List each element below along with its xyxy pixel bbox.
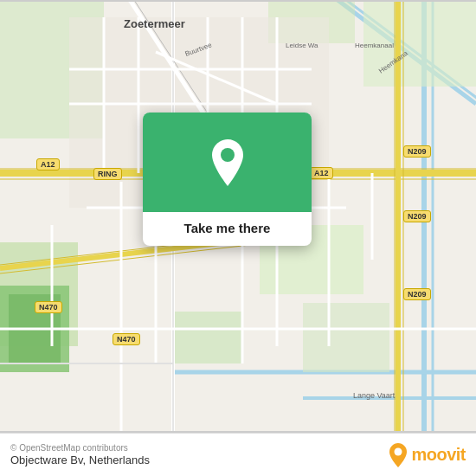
road-label-n209-1: N209 (403, 145, 431, 158)
svg-rect-13 (173, 312, 242, 363)
svg-rect-50 (0, 431, 476, 433)
popup-card: Take me there (143, 113, 312, 246)
moovit-pin-icon (389, 443, 408, 467)
svg-rect-12 (303, 303, 389, 372)
svg-text:Leidse Wa: Leidse Wa (286, 42, 318, 49)
popup-button-area: Take me there (143, 212, 312, 246)
road-label-ring: RING (93, 168, 122, 180)
svg-point-57 (221, 148, 235, 162)
road-label-n470-2: N470 (35, 301, 62, 313)
road-label-n209-3: N209 (403, 288, 431, 300)
copyright-text: © OpenStreetMap contributors (10, 443, 150, 453)
svg-rect-49 (0, 0, 476, 2)
moovit-wordmark: moovit (411, 445, 466, 465)
svg-text:Heemkanaal: Heemkanaal (355, 42, 394, 49)
road-label-n209-2: N209 (403, 210, 431, 222)
road-label-a12: A12 (36, 158, 60, 170)
road-label-n470-3: N470 (113, 333, 140, 345)
svg-text:Lange Vaart: Lange Vaart (353, 391, 396, 400)
location-name: Objectware Bv, Netherlands (10, 453, 150, 466)
location-info: © OpenStreetMap contributors Objectware … (10, 443, 150, 466)
moovit-logo: moovit (389, 443, 466, 467)
popup-map-area (143, 113, 312, 212)
bottom-bar: © OpenStreetMap contributors Objectware … (0, 433, 476, 476)
road-label-a12-right: A12 (310, 167, 333, 179)
svg-text:Zoetermeer: Zoetermeer (124, 17, 185, 30)
take-me-there-button[interactable]: Take me there (155, 221, 299, 235)
location-pin-icon (209, 139, 247, 186)
svg-point-58 (395, 447, 402, 455)
map-container: Zoetermeer Buurtvee Leidse Wa Heemkanaal… (0, 0, 476, 433)
